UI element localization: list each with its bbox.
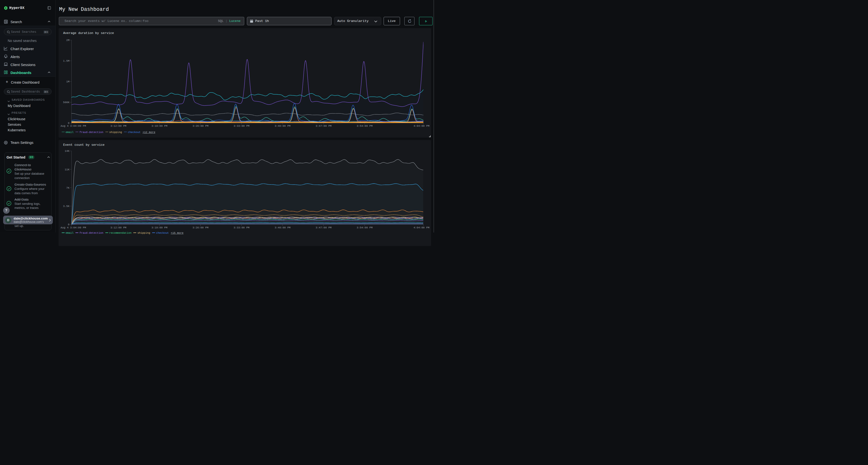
svg-text:3:33:00 PM: 3:33:00 PM: [234, 124, 249, 127]
svg-text:1M: 1M: [66, 80, 69, 83]
svg-text:3:33:00 PM: 3:33:00 PM: [234, 226, 249, 229]
svg-text:2M: 2M: [66, 39, 69, 42]
svg-text:3:19:00 PM: 3:19:00 PM: [151, 226, 167, 229]
svg-text:3:40:00 PM: 3:40:00 PM: [274, 124, 290, 127]
svg-text:4:04:00 PM: 4:04:00 PM: [413, 226, 429, 229]
svg-text:Aug 4 3:04:00 PM: Aug 4 3:04:00 PM: [61, 124, 86, 127]
svg-text:3:12:00 PM: 3:12:00 PM: [111, 124, 126, 127]
svg-text:4:04:00 PM: 4:04:00 PM: [413, 124, 429, 127]
svg-text:3:54:00 PM: 3:54:00 PM: [356, 226, 373, 229]
svg-text:3:54:00 PM: 3:54:00 PM: [356, 124, 373, 127]
svg-text:3:40:00 PM: 3:40:00 PM: [274, 226, 290, 229]
svg-text:3:47:00 PM: 3:47:00 PM: [316, 226, 332, 229]
svg-text:7K: 7K: [66, 187, 69, 189]
svg-text:3:12:00 PM: 3:12:00 PM: [111, 226, 126, 229]
svg-text:3:47:00 PM: 3:47:00 PM: [316, 124, 332, 127]
svg-text:3.5K: 3.5K: [63, 205, 69, 208]
svg-text:11K: 11K: [65, 168, 69, 171]
svg-text:3:26:00 PM: 3:26:00 PM: [192, 124, 208, 127]
svg-text:3:26:00 PM: 3:26:00 PM: [192, 226, 208, 229]
svg-text:0: 0: [68, 223, 69, 226]
svg-text:Aug 4 3:04:00 PM: Aug 4 3:04:00 PM: [61, 226, 86, 229]
svg-text:3:19:00 PM: 3:19:00 PM: [151, 124, 167, 127]
svg-text:500K: 500K: [63, 101, 69, 104]
svg-text:0: 0: [68, 122, 69, 125]
svg-text:14K: 14K: [65, 150, 69, 153]
svg-text:1.5M: 1.5M: [63, 60, 69, 62]
